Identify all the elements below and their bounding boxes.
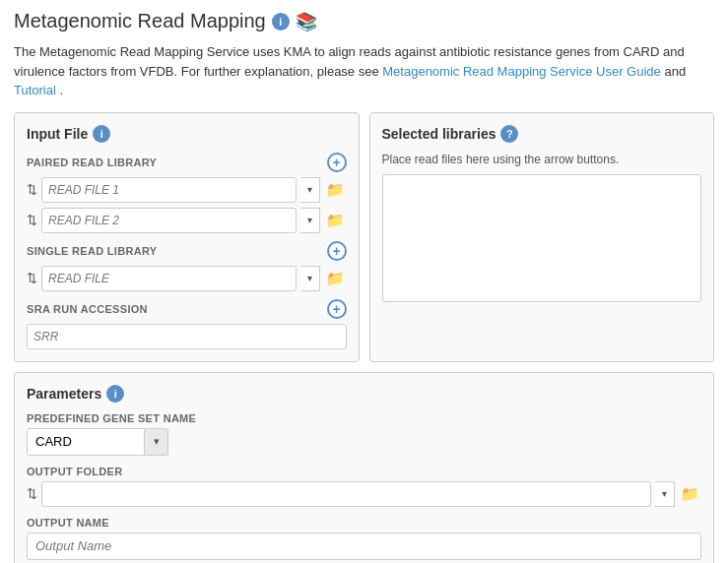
gene-set-label: PREDEFINED GENE SET NAME [27, 412, 701, 424]
read-file-1-row: ⇅ ▾ 📁 [27, 177, 347, 203]
gene-set-row: PREDEFINED GENE SET NAME ▾ [27, 412, 701, 456]
output-name-row: OUTPUT NAME [27, 517, 701, 560]
sra-input[interactable] [27, 324, 347, 349]
user-guide-link[interactable]: Metagenomic Read Mapping Service User Gu… [382, 64, 661, 79]
output-folder-input[interactable] [41, 481, 651, 507]
read-file-1-input[interactable] [41, 177, 297, 203]
single-read-dropdown[interactable]: ▾ [300, 266, 320, 291]
single-read-row: ⇅ ▾ 📁 [27, 266, 347, 291]
read-file-1-dropdown[interactable]: ▾ [300, 177, 320, 203]
add-paired-btn[interactable]: + [327, 153, 347, 172]
input-file-panel-title: Input File i [27, 125, 347, 143]
input-file-panel: Input File i PAIRED READ LIBRARY + ⇅ ▾ 📁… [14, 112, 360, 362]
input-info-icon[interactable]: i [93, 125, 110, 143]
single-read-folder-btn[interactable]: 📁 [324, 270, 347, 287]
description: The Metagenomic Read Mapping Service use… [14, 42, 714, 100]
page-title: Metagenomic Read Mapping [14, 10, 266, 32]
gene-set-input[interactable] [27, 428, 145, 456]
read-file-2-row: ⇅ ▾ 📁 [27, 208, 347, 233]
output-name-label: OUTPUT NAME [27, 517, 701, 529]
read-file-2-input[interactable] [41, 208, 297, 233]
selected-libraries-panel: Selected libraries ? Place read files he… [369, 112, 715, 362]
read-file-2-folder-btn[interactable]: 📁 [324, 212, 347, 229]
output-folder-dropdown[interactable]: ▾ [655, 481, 675, 507]
gene-set-dropdown[interactable]: ▾ [145, 428, 168, 456]
sort-icon-3: ⇅ [27, 271, 37, 285]
output-name-input[interactable] [27, 532, 701, 560]
selected-libraries-helper: Place read files here using the arrow bu… [382, 153, 702, 166]
sort-icon-2: ⇅ [27, 213, 37, 227]
output-folder-row: OUTPUT FOLDER ⇅ ▾ 📁 [27, 466, 701, 507]
selected-info-icon[interactable]: ? [500, 125, 518, 143]
params-info-icon[interactable]: i [106, 385, 124, 403]
main-layout: Input File i PAIRED READ LIBRARY + ⇅ ▾ 📁… [14, 112, 714, 362]
info-icon[interactable]: i [272, 13, 290, 31]
parameters-panel: Parameters i PREDEFINED GENE SET NAME ▾ … [14, 372, 714, 564]
add-sra-btn[interactable]: + [327, 299, 347, 319]
single-library-label: SINGLE READ LIBRARY [27, 245, 157, 257]
sra-label: SRA RUN ACCESSION [27, 303, 148, 315]
read-file-2-dropdown[interactable]: ▾ [300, 208, 320, 233]
output-folder-label: OUTPUT FOLDER [27, 466, 701, 477]
single-library-label-row: SINGLE READ LIBRARY + [27, 241, 347, 261]
single-read-input[interactable] [41, 266, 297, 291]
selected-libraries-title: Selected libraries ? [382, 125, 702, 143]
output-folder-input-row: ⇅ ▾ 📁 [27, 481, 701, 507]
add-single-btn[interactable]: + [327, 241, 347, 261]
output-folder-btn[interactable]: 📁 [679, 485, 701, 503]
parameters-title: Parameters i [27, 385, 701, 403]
books-icon[interactable]: 📚 [296, 11, 317, 32]
read-file-1-folder-btn[interactable]: 📁 [324, 181, 347, 199]
page-title-row: Metagenomic Read Mapping i 📚 [14, 10, 714, 32]
libraries-box [382, 174, 702, 302]
gene-set-select-row: ▾ [27, 428, 701, 456]
sort-icon-output: ⇅ [27, 486, 37, 501]
sra-label-row: SRA RUN ACCESSION + [27, 299, 347, 319]
tutorial-link[interactable]: Tutorial [14, 83, 56, 97]
paired-library-label-row: PAIRED READ LIBRARY + [27, 153, 347, 172]
paired-library-label: PAIRED READ LIBRARY [27, 156, 157, 168]
sort-icon-1: ⇅ [27, 182, 37, 197]
